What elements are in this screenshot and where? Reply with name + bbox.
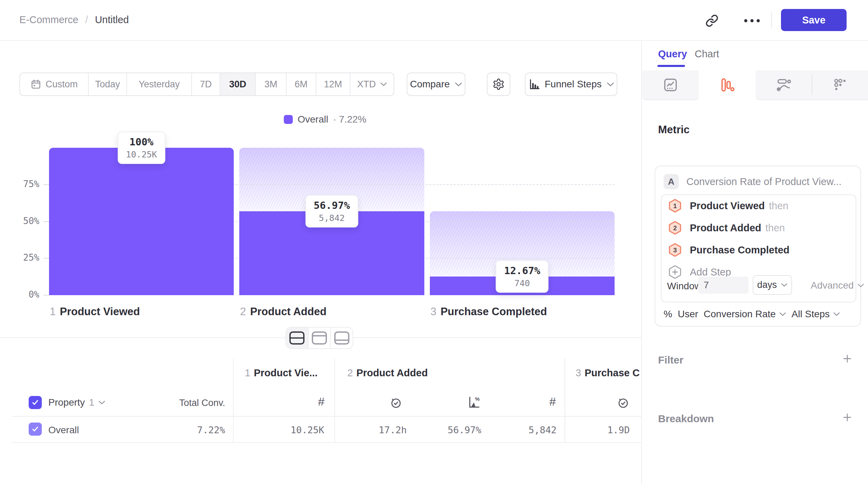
avg-time-metric-icon[interactable] (617, 396, 630, 409)
table-row[interactable]: Overall 7.22% 10.25K 17.2h 56.97% 5,842 … (0, 417, 641, 442)
avg-time-metric-icon[interactable] (389, 396, 403, 409)
cell-value: 56.97% (412, 425, 481, 435)
svg-text:2: 2 (673, 224, 677, 232)
flows-icon (776, 77, 791, 93)
y-axis-tick (44, 184, 49, 185)
step-name: Product Viewed (60, 306, 140, 318)
advanced-toggle[interactable]: Advanced (811, 280, 864, 291)
tooltip-conversion-pct: 12.67% (504, 264, 540, 278)
measurement-row: % User Conversion Rate All Steps (664, 309, 840, 320)
breadcrumb-separator: / (85, 14, 88, 26)
active-tab-underline (657, 65, 685, 67)
cell-value: 5,842 (488, 425, 557, 435)
chevron-down-icon (98, 400, 105, 405)
measurement-scope-select[interactable]: All Steps (792, 309, 840, 320)
tab-query[interactable]: Query (658, 48, 687, 60)
y-axis-label: 75% (10, 179, 39, 189)
layout-split-button[interactable] (286, 328, 309, 348)
table-bottom-rule (12, 442, 641, 443)
layout-toggle-group (286, 327, 353, 349)
check-icon (31, 426, 39, 433)
window-unit-select[interactable]: days (753, 275, 792, 295)
tooltip-count: 5,842 (314, 212, 350, 224)
metric-title-row[interactable]: A Conversion Rate of Product View... (664, 174, 841, 189)
conv-rate-metric-icon[interactable]: % (467, 395, 481, 409)
measurement-metric-select[interactable]: Conversion Rate (704, 309, 786, 320)
step-number: 3 (431, 306, 436, 318)
measurement-entity[interactable]: User (678, 309, 698, 320)
metric-card: A Conversion Rate of Product View... 1 P… (655, 166, 861, 327)
step-name: Purchase Completed (441, 306, 547, 318)
panel-bottom-icon (334, 331, 350, 345)
bar-tooltip: 12.67%740 (496, 260, 549, 293)
y-axis-tick (44, 295, 49, 296)
count-metric-icon[interactable]: # (535, 395, 556, 408)
add-breakdown-button[interactable] (841, 412, 853, 423)
layout-bottom-button[interactable] (331, 328, 353, 348)
view-tab-divider (812, 75, 812, 95)
tab-flows[interactable] (755, 70, 812, 100)
measurement-prefix[interactable]: % (664, 309, 672, 320)
topbar-divider (771, 12, 772, 28)
row-checkbox[interactable] (29, 423, 42, 436)
svg-text:%: % (475, 396, 480, 402)
select-all-checkbox[interactable] (29, 396, 42, 409)
count-metric-icon[interactable]: # (304, 395, 325, 408)
breakdown-table: 1Product Vie... 2Product Added 3Purchase… (0, 359, 641, 444)
view-tab-strip (642, 70, 868, 99)
ellipsis-icon (743, 19, 761, 23)
tab-chart[interactable]: Chart (695, 48, 719, 60)
retention-icon (833, 77, 848, 93)
tab-retention[interactable] (812, 70, 868, 100)
column-group-header[interactable]: 2Product Added (347, 367, 428, 379)
step-axis-label: 1Product Viewed (50, 306, 140, 318)
funnel-report-app: E-Commerce / Untitled Save CustomTodayYe… (0, 0, 868, 484)
chevron-down-icon (833, 312, 840, 316)
total-conv-header[interactable]: Total Conv. (156, 398, 225, 408)
svg-text:3: 3 (673, 246, 677, 254)
layout-top-button[interactable] (309, 328, 331, 348)
check-icon (31, 399, 39, 406)
plus-icon (842, 354, 852, 364)
breadcrumb-parent[interactable]: E-Commerce (19, 14, 78, 26)
bar-tooltip: 100%10.25K (118, 132, 165, 164)
tab-funnels[interactable] (699, 70, 755, 99)
tooltip-conversion-pct: 100% (126, 135, 157, 149)
chevron-down-icon (781, 283, 788, 287)
funnel-step-row[interactable]: 2 Product Addedthen (668, 221, 785, 235)
funnel-chart: 75%50%25%0%100%10.25K1Product Viewed56.9… (0, 0, 641, 345)
tooltip-count: 740 (504, 278, 540, 289)
breakdown-section-label: Breakdown (658, 413, 714, 425)
window-label: Window (667, 281, 702, 292)
tab-insights[interactable] (642, 70, 699, 100)
column-group-header[interactable]: 1Product Vie... (245, 367, 318, 379)
property-selector[interactable]: Property 1 (48, 396, 105, 409)
save-button[interactable]: Save (781, 9, 847, 31)
tooltip-conversion-pct: 56.97% (314, 199, 350, 212)
metric-heading: Metric (658, 124, 689, 136)
metric-title: Conversion Rate of Product View... (686, 176, 841, 187)
more-actions-button[interactable] (742, 15, 762, 26)
chevron-down-icon (857, 283, 864, 288)
bar-tooltip: 56.97%5,842 (306, 195, 358, 228)
top-bar: E-Commerce / Untitled Save (0, 0, 868, 41)
y-axis-tick (44, 221, 49, 222)
query-panel: Query Chart (641, 40, 868, 484)
y-axis-label: 0% (10, 289, 39, 300)
insights-icon (663, 77, 678, 93)
funnel-step-row[interactable]: 3 Purchase Completed (668, 243, 793, 257)
share-link-button[interactable] (704, 13, 720, 28)
add-filter-button[interactable] (841, 353, 853, 365)
funnel-step-row[interactable]: 1 Product Viewedthen (668, 199, 788, 213)
step-axis-label: 3Purchase Completed (431, 306, 547, 318)
metric-badge: A (664, 174, 679, 189)
column-group-header[interactable]: 3Purchase C (576, 367, 640, 379)
funnel-bar[interactable] (49, 148, 234, 295)
add-step-hexagon-icon (668, 265, 682, 279)
funnel-steps-box: 1 Product Viewedthen 2 Product Addedthen… (661, 194, 856, 302)
breadcrumb-current[interactable]: Untitled (95, 14, 129, 26)
step-number-badge: 1 (668, 199, 682, 213)
split-horizontal-icon (289, 331, 305, 345)
step-number: 2 (240, 306, 246, 318)
window-value-input[interactable]: 7 (698, 277, 749, 294)
